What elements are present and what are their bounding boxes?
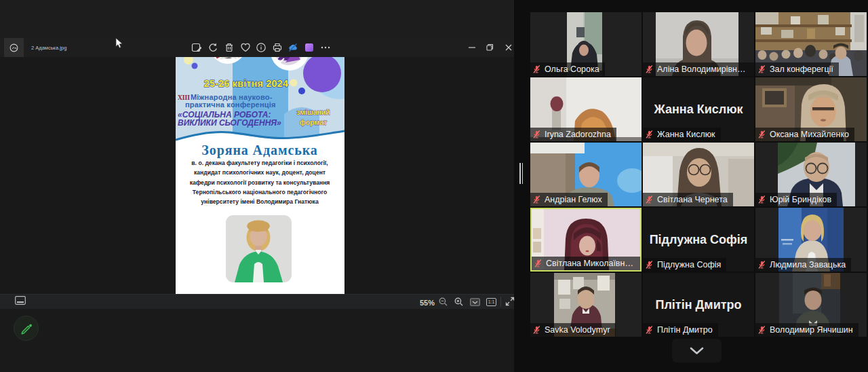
svg-text:25-26 квітня 2024: 25-26 квітня 2024: [204, 78, 288, 89]
svg-text:університету імені Володимира: університету імені Володимира Гнатюка: [201, 198, 319, 205]
svg-text:змішаний: змішаний: [296, 108, 330, 116]
svg-text:Міжнародна науково-: Міжнародна науково-: [191, 93, 273, 101]
svg-text:практична конференція: практична конференція: [185, 100, 276, 109]
svg-text:формат: формат: [300, 118, 327, 126]
svg-text:Тернопільського національного: Тернопільського національного педагогічн…: [193, 189, 327, 196]
svg-text:кандидат психологічних наук, д: кандидат психологічних наук, доцент, доц…: [194, 169, 326, 176]
svg-text:кафедри психології розвитку та: кафедри психології розвитку та консульту…: [190, 179, 330, 186]
svg-text:ВИКЛИКИ СЬОГОДЕННЯ»: ВИКЛИКИ СЬОГОДЕННЯ»: [178, 118, 281, 128]
svg-text:Зоряна Адамська: Зоряна Адамська: [201, 143, 317, 158]
svg-text:в. о. декана факультету педаго: в. о. декана факультету педагогіки і пси…: [191, 160, 328, 166]
